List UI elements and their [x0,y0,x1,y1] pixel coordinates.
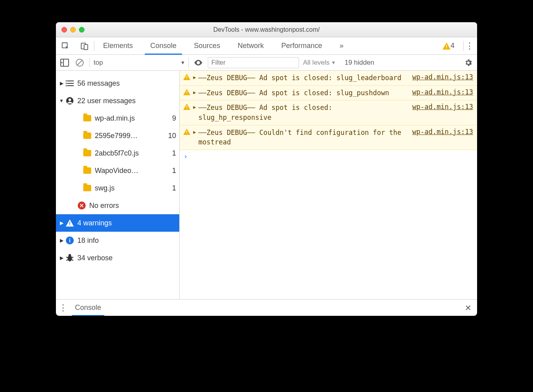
svg-text:!: ! [186,75,188,80]
folder-icon [82,133,92,139]
warning-badge-icon[interactable]: ! [443,42,451,50]
disclosure-icon [58,81,65,86]
file-name: swg.js [95,184,170,192]
inspect-element-icon[interactable] [56,37,75,54]
gear-icon[interactable] [463,57,474,68]
drawer: ⋮ Console ✕ [56,299,477,316]
warning-icon: ! [183,74,191,80]
svg-rect-2 [84,44,88,50]
sidebar-file-item[interactable]: WapoVideo… 1 [56,162,179,179]
sidebar-file-item[interactable]: 2595e7999… 10 [56,127,179,144]
log-row-warning[interactable]: ! ▶ ––Zeus DEBUG–– Ad spot is closed: sl… [180,100,477,125]
sidebar-item-warnings[interactable]: ! 4 warnings [56,214,179,232]
file-name: WapoVideo… [95,167,170,175]
file-count: 1 [170,184,176,192]
sidebar-file-item[interactable]: wp-ad.min.js 9 [56,110,179,127]
folder-icon [82,167,92,174]
log-source-link[interactable]: wp-ad.min.js:13 [412,73,473,81]
traffic-lights [61,27,84,33]
disclosure-icon[interactable]: ▶ [193,104,196,110]
sidebar-item-info[interactable]: i 18 info [56,232,179,249]
sidebar-file-item[interactable]: swg.js 1 [56,179,179,197]
drawer-tab-console[interactable]: Console [72,300,104,316]
disclosure-icon[interactable]: ▶ [193,90,196,95]
warning-icon: ! [183,104,191,110]
disclosure-icon [58,98,65,104]
warning-icon: ! [183,129,191,135]
file-count: 10 [166,132,176,140]
error-icon: ✕ [77,202,87,209]
svg-text:!: ! [186,90,188,95]
console-toolbar: top ▼ All levels ▼ 19 hidden [56,55,477,71]
svg-text:!: ! [186,130,188,135]
sidebar-item-label: 22 user messages [77,97,176,105]
tab-label: Network [238,42,264,50]
clear-console-icon[interactable] [74,57,85,68]
tab-overflow[interactable]: » [331,37,352,54]
log-row-warning[interactable]: ! ▶ ––Zeus DEBUG–– Ad spot is closed: sl… [180,86,477,101]
context-selector[interactable]: top ▼ [94,57,189,68]
tab-console[interactable]: Console [142,37,185,54]
user-icon [65,97,75,105]
zoom-window-button[interactable] [79,27,84,33]
panel-tabbar: Elements Console Sources Network Perform… [56,37,477,55]
svg-text:!: ! [69,221,71,227]
folder-icon [82,185,92,191]
tab-network[interactable]: Network [229,37,272,54]
log-source-link[interactable]: wp-ad.min.js:13 [412,128,473,136]
file-name: wp-ad.min.js [95,114,170,123]
hidden-count[interactable]: 19 hidden [345,59,374,67]
sidebar-item-verbose[interactable]: 34 verbose [56,249,179,267]
log-row-warning[interactable]: ! ▶ ––Zeus DEBUG–– Ad spot is closed: sl… [180,71,477,86]
disclosure-icon [58,220,65,226]
devtools-window: DevTools - www.washingtonpost.com/ Eleme… [56,22,477,316]
console-log-area: ! ▶ ––Zeus DEBUG–– Ad spot is closed: sl… [180,71,477,299]
disclosure-icon [58,238,65,243]
info-icon: i [65,236,75,244]
console-prompt[interactable]: › [180,150,477,163]
disclosure-icon[interactable]: ▶ [193,75,196,80]
log-message: ––Zeus DEBUG–– Ad spot is closed: slug_l… [198,73,406,83]
close-icon[interactable]: ✕ [462,302,475,314]
filter-input[interactable] [208,57,299,68]
tab-sources[interactable]: Sources [185,37,229,54]
more-menu-icon[interactable]: ⋮ [464,41,475,51]
sidebar-item-user-messages[interactable]: 22 user messages [56,92,179,110]
sidebar-item-errors[interactable]: ✕ No errors [56,197,179,214]
svg-point-12 [66,81,66,81]
sidebar-item-messages[interactable]: 56 messages [56,75,179,92]
svg-line-22 [66,259,68,260]
log-source-link[interactable]: wp-ad.min.js:13 [412,103,473,111]
bug-icon [65,253,75,263]
file-name: 2abcb5f7c0.js [95,149,170,158]
close-window-button[interactable] [61,27,67,33]
file-count: 9 [170,114,176,123]
log-levels-selector[interactable]: All levels ▼ [303,59,336,67]
titlebar: DevTools - www.washingtonpost.com/ [56,22,477,37]
warning-badge-count[interactable]: 4 [451,42,454,50]
log-message: ––Zeus DEBUG–– Couldn't find configurati… [198,128,406,147]
chevron-down-icon: ▼ [180,60,185,65]
warning-icon: ! [65,219,75,227]
tab-label: Sources [194,42,220,50]
svg-point-19 [69,254,71,257]
toggle-sidebar-icon[interactable] [59,57,70,68]
live-expression-icon[interactable] [193,57,204,68]
log-source-link[interactable]: wp-ad.min.js:13 [412,88,473,96]
console-sidebar: 56 messages 22 user messages wp-ad.min.j… [56,71,180,299]
sidebar-file-item[interactable]: 2abcb5f7c0.js 1 [56,144,179,162]
tab-elements[interactable]: Elements [94,37,142,54]
levels-label: All levels [303,59,330,67]
sidebar-item-label: 18 info [77,236,176,245]
svg-point-14 [66,85,66,86]
minimize-window-button[interactable] [70,27,76,33]
log-row-warning[interactable]: ! ▶ ––Zeus DEBUG–– Couldn't find configu… [180,125,477,150]
device-toolbar-icon[interactable] [75,37,94,54]
svg-text:!: ! [446,44,447,50]
drawer-menu-icon[interactable]: ⋮ [58,303,68,313]
tab-performance[interactable]: Performance [272,37,331,54]
disclosure-icon [58,255,65,261]
log-message: ––Zeus DEBUG–– Ad spot is closed: slug_h… [198,103,406,122]
overflow-glyph: » [339,42,343,50]
disclosure-icon[interactable]: ▶ [193,129,196,135]
